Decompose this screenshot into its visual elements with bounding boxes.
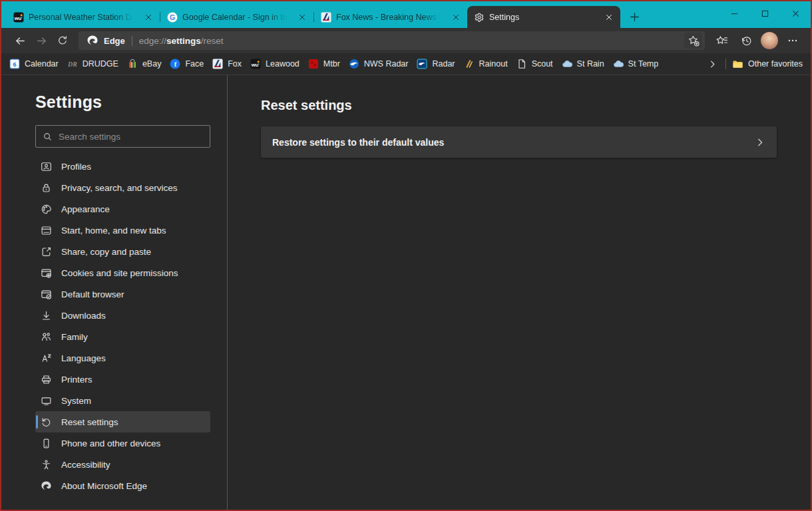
favorites-bar-right: Other favorites [705, 56, 803, 72]
favorite-drudge[interactable]: DRDRUDGE [67, 59, 118, 69]
maximize-button[interactable] [749, 1, 780, 25]
forward-button[interactable] [31, 30, 52, 51]
window-controls [719, 1, 811, 25]
favorites-overflow-button[interactable] [705, 56, 719, 72]
minimize-button[interactable] [719, 1, 749, 25]
favorite-label: Mtbr [323, 59, 340, 69]
tab-close-icon[interactable] [602, 10, 616, 25]
sidebar-item-downloads[interactable]: Downloads [35, 305, 210, 326]
sidebar-item-about-microsoft-edge[interactable]: About Microsoft Edge [35, 475, 210, 496]
tab-settings[interactable]: Settings [467, 6, 620, 28]
fox-news-icon [321, 12, 331, 23]
sidebar-item-system[interactable]: System [35, 390, 210, 411]
favorites-list: 6CalendarDRDRUDGEeBayfFaceFoxwuLeawoodMt… [9, 59, 658, 69]
drudge-icon: DR [67, 59, 78, 69]
history-clock-icon [740, 35, 753, 47]
sidebar-item-family[interactable]: Family [35, 326, 210, 347]
refresh-button[interactable] [52, 30, 73, 51]
close-window-button[interactable] [780, 1, 811, 25]
favorite-mtbr[interactable]: Mtbr [308, 59, 340, 69]
favorites-button[interactable] [711, 31, 731, 51]
sidebar-item-appearance[interactable]: Appearance [35, 198, 210, 220]
site-permissions-icon [41, 267, 52, 279]
address-bar[interactable]: Edge edge://settings/reset [79, 31, 705, 50]
favorite-nws-radar[interactable]: NWS Radar [349, 59, 409, 69]
favorite-label: DRUDGE [83, 59, 118, 69]
url-suffix: /reset [201, 36, 224, 46]
sidebar-item-accessibility[interactable]: Accessibility [35, 454, 210, 475]
favorite-leawood[interactable]: wuLeawood [250, 59, 300, 69]
sidebar-item-reset-settings[interactable]: Reset settings [35, 411, 210, 432]
sidebar-item-phone-and-other-devices[interactable]: Phone and other devices [35, 432, 210, 454]
favorite-ebay[interactable]: eBay [127, 59, 162, 69]
sidebar-item-printers[interactable]: Printers [35, 369, 210, 390]
printer-icon [41, 374, 52, 385]
sidebar-item-label: Phone and other devices [61, 438, 160, 448]
sidebar-item-label: Downloads [61, 311, 106, 321]
browser-window: wuPersonal Weather Station DashbGGoogle … [0, 0, 812, 511]
toolbar-right [711, 31, 803, 51]
tab-close-icon[interactable] [295, 10, 309, 25]
wunderground-icon: wu [250, 59, 261, 69]
cloud-icon [613, 59, 624, 69]
sidebar-item-label: Cookies and site permissions [61, 268, 178, 278]
history-button[interactable] [736, 31, 756, 51]
url-text: edge://settings/reset [139, 36, 679, 46]
other-favorites-label: Other favorites [748, 59, 803, 69]
favorites-bar: 6CalendarDRDRUDGEeBayfFaceFoxwuLeawoodMt… [1, 53, 811, 75]
favorite-label: Scout [532, 59, 553, 69]
tab-google-calendar-sign-in-to-acc[interactable]: GGoogle Calendar - Sign in to Acc [160, 6, 313, 28]
favorite-scout[interactable]: Scout [516, 59, 553, 69]
tab-title: Personal Weather Station Dashb [29, 13, 136, 22]
family-icon [41, 331, 52, 343]
settings-search-box[interactable] [35, 125, 210, 148]
sidebar-item-default-browser[interactable]: Default browser [35, 283, 210, 305]
favorite-label: Calendar [25, 59, 59, 69]
edge-logo-icon [41, 480, 52, 492]
profile-avatar[interactable] [761, 32, 778, 49]
sidebar-item-label: Appearance [61, 204, 110, 214]
accessibility-icon [41, 459, 52, 470]
favorite-st-temp[interactable]: St Temp [613, 59, 659, 69]
other-favorites-button[interactable]: Other favorites [732, 59, 803, 69]
maximize-icon [760, 9, 770, 19]
svg-text:DR: DR [67, 61, 77, 68]
favorite-calendar[interactable]: 6Calendar [9, 59, 59, 69]
sidebar-item-cookies-and-site-permissions[interactable]: Cookies and site permissions [35, 262, 210, 283]
tab-fox-news-breaking-news-upda[interactable]: Fox News - Breaking News Upda [314, 6, 467, 28]
sidebar-item-profiles[interactable]: Profiles [35, 156, 210, 177]
tab-personal-weather-station-dashb[interactable]: wuPersonal Weather Station Dashb [7, 6, 160, 28]
favorite-st-rain[interactable]: St Rain [562, 59, 604, 69]
page-title: Reset settings [261, 98, 777, 113]
sidebar-item-privacy-search-and-services[interactable]: Privacy, search, and services [35, 177, 210, 198]
ebay-icon [127, 59, 138, 69]
favorite-face[interactable]: fFace [170, 59, 204, 69]
restore-defaults-label: Restore settings to their default values [272, 137, 755, 148]
settings-and-more-button[interactable] [783, 31, 803, 51]
new-tab-button[interactable] [624, 7, 644, 27]
sidebar-item-share-copy-and-paste[interactable]: Share, copy and paste [35, 241, 210, 262]
document-icon [516, 59, 527, 69]
favorite-rainout[interactable]: Rainout [464, 59, 508, 69]
tab-close-icon[interactable] [141, 10, 156, 25]
search-settings-input[interactable] [59, 132, 203, 142]
settings-page: Settings ProfilesPrivacy, search, and se… [1, 75, 811, 510]
cloud-icon [562, 59, 572, 69]
favorite-fox[interactable]: Fox [212, 59, 242, 69]
reset-icon [41, 417, 52, 428]
favorite-label: Leawood [266, 59, 300, 69]
restore-defaults-row[interactable]: Restore settings to their default values [261, 126, 777, 158]
svg-text:G: G [170, 13, 175, 21]
system-icon [41, 395, 52, 407]
tab-close-icon[interactable] [449, 10, 463, 25]
settings-menu: ProfilesPrivacy, search, and servicesApp… [35, 156, 210, 496]
favorite-label: St Rain [577, 59, 604, 69]
favorite-radar[interactable]: Radar [417, 59, 455, 69]
favorite-label: Rainout [479, 59, 508, 69]
noaa-square-icon [417, 59, 427, 69]
svg-text:f: f [174, 61, 177, 68]
sidebar-item-start-home-and-new-tabs[interactable]: Start, home, and new tabs [35, 220, 210, 241]
add-favorite-button[interactable] [684, 33, 702, 49]
back-button[interactable] [9, 30, 31, 51]
sidebar-item-languages[interactable]: Languages [35, 347, 210, 369]
